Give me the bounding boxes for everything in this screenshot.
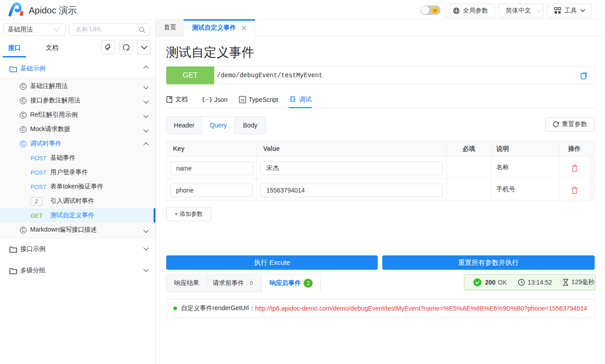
svg-text:TS: TS <box>240 98 244 101</box>
